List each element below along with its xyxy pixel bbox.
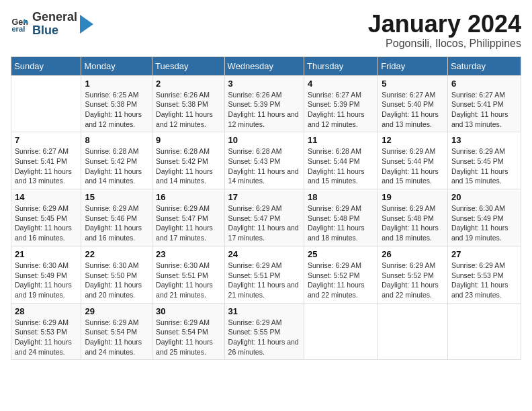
title-area: January 2024 Pogonsili, Ilocos, Philippi… (368, 11, 521, 50)
day-info: Sunrise: 6:29 AMSunset: 5:54 PMDaylight:… (85, 318, 148, 357)
day-info: Sunrise: 6:27 AMSunset: 5:41 PMDaylight:… (15, 146, 77, 186)
day-info: Sunrise: 6:26 AMSunset: 5:38 PMDaylight:… (156, 90, 220, 130)
calendar-cell (447, 303, 521, 360)
col-header-sunday: Sunday (11, 56, 81, 75)
calendar-week-row: 14Sunrise: 6:29 AMSunset: 5:45 PMDayligh… (11, 189, 521, 246)
calendar-cell: 8Sunrise: 6:28 AMSunset: 5:42 PMDaylight… (81, 132, 152, 189)
page-header: Gen eral General Blue January 2024 Pogon… (11, 11, 521, 50)
day-info: Sunrise: 6:27 AMSunset: 5:41 PMDaylight:… (451, 90, 517, 130)
day-number: 16 (156, 192, 220, 202)
calendar-cell: 14Sunrise: 6:29 AMSunset: 5:45 PMDayligh… (11, 189, 81, 246)
day-number: 15 (85, 192, 148, 202)
day-number: 22 (85, 249, 148, 259)
svg-marker-3 (80, 15, 93, 34)
day-info: Sunrise: 6:29 AMSunset: 5:52 PMDaylight:… (382, 261, 444, 300)
logo: Gen eral General Blue (11, 11, 93, 38)
day-info: Sunrise: 6:29 AMSunset: 5:51 PMDaylight:… (228, 261, 300, 300)
calendar-cell: 9Sunrise: 6:28 AMSunset: 5:42 PMDaylight… (152, 132, 224, 189)
day-number: 23 (156, 249, 220, 259)
calendar-week-row: 28Sunrise: 6:29 AMSunset: 5:53 PMDayligh… (11, 303, 521, 360)
day-number: 25 (308, 249, 374, 259)
calendar-cell: 20Sunrise: 6:30 AMSunset: 5:49 PMDayligh… (447, 189, 521, 246)
day-number: 7 (15, 135, 77, 145)
day-info: Sunrise: 6:28 AMSunset: 5:43 PMDaylight:… (228, 146, 300, 186)
calendar-week-row: 21Sunrise: 6:30 AMSunset: 5:49 PMDayligh… (11, 246, 521, 303)
day-number: 8 (85, 135, 148, 145)
day-number: 6 (451, 79, 517, 89)
calendar-cell: 26Sunrise: 6:29 AMSunset: 5:52 PMDayligh… (378, 246, 448, 303)
calendar-cell: 11Sunrise: 6:28 AMSunset: 5:44 PMDayligh… (304, 132, 378, 189)
day-number: 27 (451, 249, 517, 259)
col-header-wednesday: Wednesday (224, 56, 304, 75)
day-number: 4 (308, 79, 374, 89)
day-info: Sunrise: 6:29 AMSunset: 5:44 PMDaylight:… (382, 146, 444, 186)
day-number: 14 (15, 192, 77, 202)
calendar-cell: 7Sunrise: 6:27 AMSunset: 5:41 PMDaylight… (11, 132, 81, 189)
calendar-cell: 31Sunrise: 6:29 AMSunset: 5:55 PMDayligh… (224, 303, 304, 360)
calendar-week-row: 1Sunrise: 6:25 AMSunset: 5:38 PMDaylight… (11, 75, 521, 132)
calendar-cell: 17Sunrise: 6:29 AMSunset: 5:47 PMDayligh… (224, 189, 304, 246)
calendar-cell: 25Sunrise: 6:29 AMSunset: 5:52 PMDayligh… (304, 246, 378, 303)
day-info: Sunrise: 6:28 AMSunset: 5:44 PMDaylight:… (308, 146, 374, 186)
day-number: 12 (382, 135, 444, 145)
calendar-cell: 30Sunrise: 6:29 AMSunset: 5:54 PMDayligh… (152, 303, 224, 360)
day-info: Sunrise: 6:30 AMSunset: 5:50 PMDaylight:… (85, 261, 148, 300)
day-number: 5 (382, 79, 444, 89)
logo-arrow-icon (80, 15, 93, 34)
day-number: 29 (85, 306, 148, 316)
day-info: Sunrise: 6:29 AMSunset: 5:55 PMDaylight:… (228, 318, 300, 357)
calendar-cell (11, 75, 81, 132)
calendar-cell: 10Sunrise: 6:28 AMSunset: 5:43 PMDayligh… (224, 132, 304, 189)
day-info: Sunrise: 6:30 AMSunset: 5:49 PMDaylight:… (15, 261, 77, 300)
calendar-cell: 1Sunrise: 6:25 AMSunset: 5:38 PMDaylight… (81, 75, 152, 132)
calendar-table: SundayMondayTuesdayWednesdayThursdayFrid… (11, 56, 521, 361)
month-title: January 2024 (368, 11, 521, 38)
day-number: 28 (15, 306, 77, 316)
logo-blue: Blue (32, 24, 77, 38)
day-info: Sunrise: 6:30 AMSunset: 5:51 PMDaylight:… (156, 261, 220, 300)
calendar-header-row: SundayMondayTuesdayWednesdayThursdayFrid… (11, 56, 521, 75)
day-number: 31 (228, 306, 300, 316)
day-number: 30 (156, 306, 220, 316)
calendar-cell: 28Sunrise: 6:29 AMSunset: 5:53 PMDayligh… (11, 303, 81, 360)
day-info: Sunrise: 6:29 AMSunset: 5:53 PMDaylight:… (451, 261, 517, 300)
day-number: 19 (382, 192, 444, 202)
day-info: Sunrise: 6:27 AMSunset: 5:40 PMDaylight:… (382, 90, 444, 130)
calendar-cell: 2Sunrise: 6:26 AMSunset: 5:38 PMDaylight… (152, 75, 224, 132)
location: Pogonsili, Ilocos, Philippines (368, 38, 521, 50)
day-info: Sunrise: 6:29 AMSunset: 5:54 PMDaylight:… (156, 318, 220, 357)
day-info: Sunrise: 6:28 AMSunset: 5:42 PMDaylight:… (156, 146, 220, 186)
day-number: 26 (382, 249, 444, 259)
logo-icon: Gen eral (11, 15, 30, 34)
calendar-cell: 5Sunrise: 6:27 AMSunset: 5:40 PMDaylight… (378, 75, 448, 132)
day-number: 11 (308, 135, 374, 145)
day-number: 2 (156, 79, 220, 89)
calendar-cell: 22Sunrise: 6:30 AMSunset: 5:50 PMDayligh… (81, 246, 152, 303)
day-number: 10 (228, 135, 300, 145)
calendar-cell: 3Sunrise: 6:26 AMSunset: 5:39 PMDaylight… (224, 75, 304, 132)
day-info: Sunrise: 6:25 AMSunset: 5:38 PMDaylight:… (85, 90, 148, 130)
day-number: 1 (85, 79, 148, 89)
day-info: Sunrise: 6:29 AMSunset: 5:52 PMDaylight:… (308, 261, 374, 300)
calendar-cell: 16Sunrise: 6:29 AMSunset: 5:47 PMDayligh… (152, 189, 224, 246)
col-header-thursday: Thursday (304, 56, 378, 75)
day-info: Sunrise: 6:29 AMSunset: 5:53 PMDaylight:… (15, 318, 77, 357)
calendar-cell: 29Sunrise: 6:29 AMSunset: 5:54 PMDayligh… (81, 303, 152, 360)
day-info: Sunrise: 6:29 AMSunset: 5:45 PMDaylight:… (15, 203, 77, 243)
day-info: Sunrise: 6:29 AMSunset: 5:47 PMDaylight:… (228, 203, 300, 243)
day-info: Sunrise: 6:28 AMSunset: 5:42 PMDaylight:… (85, 146, 148, 186)
day-info: Sunrise: 6:29 AMSunset: 5:48 PMDaylight:… (308, 203, 374, 243)
day-info: Sunrise: 6:30 AMSunset: 5:49 PMDaylight:… (451, 203, 517, 243)
day-info: Sunrise: 6:29 AMSunset: 5:46 PMDaylight:… (85, 203, 148, 243)
day-number: 24 (228, 249, 300, 259)
logo-general: General (32, 11, 77, 24)
day-info: Sunrise: 6:26 AMSunset: 5:39 PMDaylight:… (228, 90, 300, 130)
calendar-cell: 24Sunrise: 6:29 AMSunset: 5:51 PMDayligh… (224, 246, 304, 303)
day-number: 9 (156, 135, 220, 145)
calendar-cell: 12Sunrise: 6:29 AMSunset: 5:44 PMDayligh… (378, 132, 448, 189)
day-number: 21 (15, 249, 77, 259)
calendar-cell: 15Sunrise: 6:29 AMSunset: 5:46 PMDayligh… (81, 189, 152, 246)
calendar-cell: 27Sunrise: 6:29 AMSunset: 5:53 PMDayligh… (447, 246, 521, 303)
svg-text:eral: eral (11, 25, 25, 33)
day-number: 3 (228, 79, 300, 89)
